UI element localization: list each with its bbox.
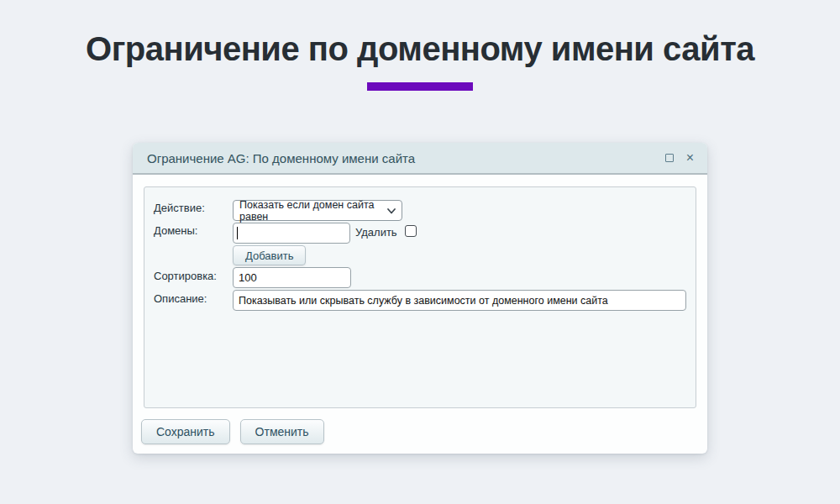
description-label: Описание: [154,292,207,305]
sort-input[interactable] [233,267,351,288]
dialog-title: Ограничение AG: По доменному имени сайта [147,151,415,165]
dialog-window: Ограничение AG: По доменному имени сайта… [133,143,707,454]
page-title: Ограничение по доменному имени сайта [0,30,840,68]
action-select-value: Показать если домен сайта равен [239,199,383,223]
chevron-down-icon [387,205,396,217]
form-panel: Действие: Показать если домен сайта раве… [144,186,696,408]
save-button[interactable]: Сохранить [141,419,230,444]
description-input[interactable] [233,290,686,311]
delete-checkbox[interactable] [405,225,417,237]
delete-label: Удалить [355,226,397,239]
text-caret [237,227,238,239]
action-select[interactable]: Показать если домен сайта равен [233,200,402,221]
title-underline-decoration [367,82,473,91]
maximize-icon[interactable] [665,154,674,162]
cancel-button[interactable]: Отменить [240,419,324,444]
dialog-footer: Сохранить Отменить [141,419,324,444]
add-button[interactable]: Добавить [233,245,306,265]
domains-label: Домены: [154,224,197,237]
sort-label: Сортировка: [154,270,217,282]
domains-input[interactable] [233,223,350,244]
dialog-titlebar[interactable]: Ограничение AG: По доменному имени сайта… [133,143,707,175]
window-controls: × [665,154,694,162]
action-label: Действие: [154,202,205,214]
close-icon[interactable]: × [686,154,694,162]
